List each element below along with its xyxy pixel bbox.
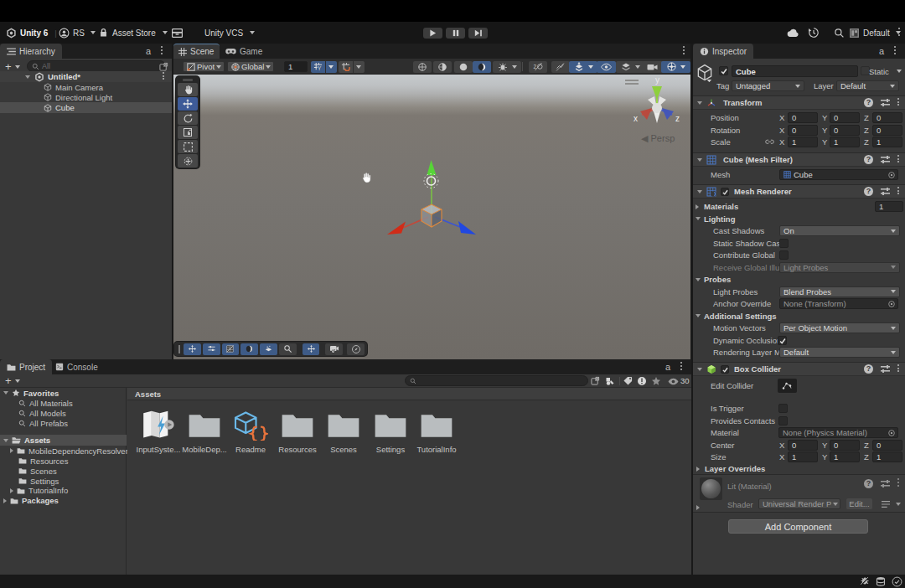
svg-text:x: x	[634, 114, 638, 123]
svg-text:z: z	[675, 114, 680, 123]
svg-text:y: y	[655, 75, 659, 85]
svg-text:Y: Y	[318, 65, 322, 71]
